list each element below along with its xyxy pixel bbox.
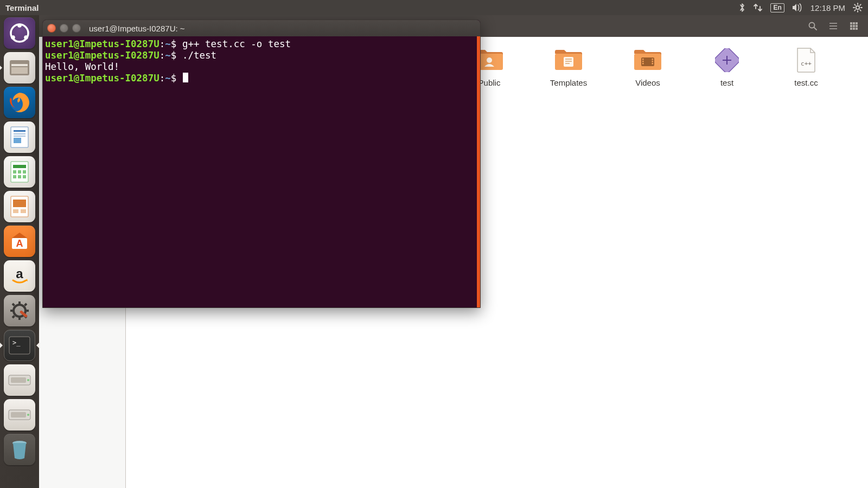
executable-icon <box>700 46 754 75</box>
svg-rect-45 <box>853 25 855 27</box>
terminal-window-title: user1@Impetus-I0287U: ~ <box>89 24 185 33</box>
terminal-body[interactable]: user1@Impetus-I0287U:~$ g++ test.cc -o t… <box>43 36 480 86</box>
settings-icon[interactable] <box>4 295 35 326</box>
drive1-icon[interactable] <box>4 364 35 396</box>
svg-rect-48 <box>853 28 855 30</box>
svg-rect-64 <box>652 63 654 65</box>
active-app-title: Terminal <box>5 3 39 12</box>
folder-videos-icon <box>621 46 675 75</box>
unity-launcher: A a >_ <box>0 15 39 488</box>
svg-rect-6 <box>11 64 28 66</box>
svg-point-51 <box>487 57 492 63</box>
svg-point-4 <box>24 35 28 40</box>
folder-templates-icon <box>541 46 596 75</box>
svg-rect-59 <box>642 59 644 60</box>
window-close-button[interactable] <box>47 24 56 33</box>
svg-rect-7 <box>11 67 28 74</box>
svg-rect-55 <box>565 61 572 62</box>
file-item[interactable]: Templates <box>541 46 596 87</box>
svg-rect-41 <box>850 22 852 24</box>
svg-point-38 <box>27 414 29 416</box>
svg-point-2 <box>17 23 22 28</box>
files-icon[interactable] <box>4 52 35 84</box>
bluetooth-icon[interactable] <box>739 3 745 12</box>
trash-icon[interactable] <box>4 434 35 465</box>
search-icon[interactable] <box>805 20 820 32</box>
terminal-scrollbar[interactable] <box>477 36 480 307</box>
file-label: test.cc <box>779 78 833 87</box>
svg-rect-44 <box>850 25 852 27</box>
svg-rect-12 <box>14 136 25 137</box>
svg-rect-9 <box>11 127 28 147</box>
svg-rect-63 <box>652 61 654 62</box>
svg-rect-47 <box>850 28 852 30</box>
svg-rect-19 <box>13 175 16 178</box>
file-item[interactable]: test <box>700 46 754 87</box>
svg-rect-34 <box>11 377 26 383</box>
file-label: Videos <box>621 78 675 87</box>
svg-point-3 <box>11 35 15 40</box>
svg-text:c++: c++ <box>801 60 812 67</box>
file-label: test <box>700 78 754 87</box>
window-maximize-button[interactable] <box>72 24 81 33</box>
svg-rect-54 <box>565 59 572 60</box>
software-icon[interactable]: A <box>4 226 35 257</box>
svg-rect-25 <box>21 209 26 213</box>
terminal-titlebar[interactable]: user1@Impetus-I0287U: ~ <box>43 20 480 36</box>
svg-rect-23 <box>13 200 26 207</box>
svg-rect-21 <box>23 175 26 178</box>
network-icon[interactable] <box>753 3 763 12</box>
svg-rect-43 <box>856 22 858 24</box>
terminal-icon[interactable]: >_ <box>4 330 35 361</box>
file-label: Templates <box>541 78 596 87</box>
file-item[interactable]: c++ test.cc <box>779 46 833 87</box>
svg-rect-49 <box>856 28 858 30</box>
svg-rect-11 <box>14 133 25 134</box>
svg-rect-15 <box>13 165 26 168</box>
svg-rect-61 <box>642 63 644 65</box>
clock[interactable]: 12:18 PM <box>810 3 845 12</box>
grid-view-icon[interactable] <box>846 20 861 32</box>
svg-rect-62 <box>652 59 654 60</box>
svg-rect-10 <box>14 130 25 132</box>
svg-rect-18 <box>23 170 26 174</box>
svg-text:a: a <box>16 266 23 281</box>
svg-rect-60 <box>642 61 644 62</box>
dash-icon[interactable] <box>4 17 35 49</box>
svg-rect-46 <box>856 25 858 27</box>
svg-point-0 <box>856 6 859 9</box>
svg-rect-37 <box>11 412 26 418</box>
drive2-icon[interactable] <box>4 399 35 431</box>
top-menubar: Terminal En 12:18 PM <box>0 0 868 15</box>
svg-rect-13 <box>14 138 21 143</box>
window-minimize-button[interactable] <box>60 24 68 33</box>
svg-rect-56 <box>565 63 570 64</box>
svg-point-35 <box>27 379 29 381</box>
calc-icon[interactable] <box>4 156 35 188</box>
svg-rect-42 <box>853 22 855 24</box>
source-cpp-icon: c++ <box>779 46 833 75</box>
svg-rect-17 <box>18 170 21 174</box>
language-indicator[interactable]: En <box>770 3 784 12</box>
svg-rect-24 <box>13 209 18 213</box>
file-item[interactable]: Videos <box>621 46 675 87</box>
svg-text:A: A <box>16 238 23 249</box>
svg-rect-20 <box>18 175 21 178</box>
firefox-icon[interactable] <box>4 87 35 118</box>
impress-icon[interactable] <box>4 191 35 222</box>
amazon-icon[interactable]: a <box>4 260 35 292</box>
session-gear-icon[interactable] <box>853 3 863 12</box>
svg-text:>_: >_ <box>12 339 21 346</box>
writer-icon[interactable] <box>4 121 35 153</box>
svg-rect-16 <box>13 170 16 174</box>
list-view-icon[interactable] <box>826 20 841 32</box>
file-grid: Public Templates Videos test c++ test.cc <box>462 46 833 87</box>
volume-icon[interactable] <box>792 3 803 12</box>
terminal-window[interactable]: user1@Impetus-I0287U: ~ user1@Impetus-I0… <box>42 20 481 308</box>
